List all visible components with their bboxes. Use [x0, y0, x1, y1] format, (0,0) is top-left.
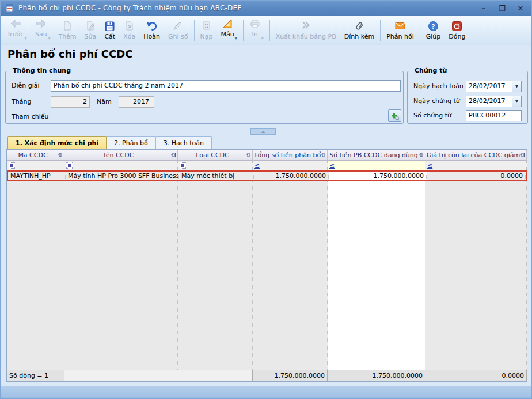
cell-ten-ccdc[interactable]: Máy tính HP Pro 3000 SFF Business ( — [66, 172, 179, 180]
help-icon: ? — [428, 20, 439, 32]
toolbar-button-ghi-so[interactable]: Ghi sổ — [164, 17, 192, 44]
cell-loai-ccdc[interactable]: Máy móc thiết bị — [179, 172, 254, 180]
export-icon — [300, 20, 311, 32]
grid-empty-area[interactable] — [7, 181, 527, 370]
column-header-tong-so-tien[interactable]: Tổng số tiền phân bổ — [253, 150, 328, 160]
chevron-down-icon[interactable]: ▼ — [512, 96, 521, 107]
column-header-loai-ccdc[interactable]: Loại CCDC — [178, 150, 253, 160]
minimize-button[interactable]: – — [477, 3, 490, 13]
chevron-down-icon[interactable]: ▼ — [512, 81, 521, 92]
toolbar-button-dinh-kem[interactable]: Đính kèm — [340, 17, 378, 44]
footer-spacer — [64, 370, 253, 381]
toolbar-button-giup[interactable]: ? Giúp — [422, 17, 445, 44]
dien-giai-input[interactable]: Phân bổ chi phí CCDC tháng 2 năm 2017 — [51, 80, 401, 92]
window-bottom-frame — [1, 386, 531, 398]
so-chung-tu-input[interactable]: PBCC00012 — [466, 110, 522, 121]
dropdown-caret-icon: ▾ — [24, 36, 26, 43]
svg-text:?: ? — [431, 22, 435, 30]
tham-chieu-lookup-button[interactable] — [388, 109, 401, 122]
ngay-hach-toan-label: Ngày hạch toán — [413, 81, 463, 92]
new-document-icon — [62, 20, 73, 32]
thang-label: Tháng — [12, 96, 31, 108]
paperclip-icon — [354, 20, 365, 32]
toolbar-separator — [269, 20, 270, 41]
column-header-gia-tri-con-lai[interactable]: Giá trị còn lại của CCDC giảm — [425, 150, 527, 160]
pin-icon[interactable] — [170, 152, 176, 159]
tab-phan-bo[interactable]: 2. Phân bổ — [106, 136, 156, 149]
cell-ma-ccdc[interactable]: MAYTINH_HP — [8, 172, 66, 180]
toolbar-button-xuat-khau[interactable]: Xuất khẩu bảng PB — [272, 17, 340, 44]
grid-filter-row: ≤ ≤ ≤ — [7, 161, 527, 170]
app-window: Phân bổ chi phí CCDC - Công ty Trách nhi… — [0, 0, 532, 399]
filter-cell-so-tien-pb[interactable]: ≤ — [328, 161, 425, 170]
pin-icon[interactable] — [519, 152, 525, 159]
tham-chieu-label: Tham chiếu — [12, 111, 48, 123]
envelope-icon — [394, 20, 406, 32]
filter-cell-ma-ccdc[interactable] — [7, 161, 64, 170]
ngay-chung-tu-picker[interactable]: 28/02/2017 ▼ — [466, 96, 522, 107]
ngay-hach-toan-picker[interactable]: 28/02/2017 ▼ — [466, 81, 522, 92]
general-info-legend: Thông tin chung — [10, 67, 73, 74]
so-chung-tu-label: Số chứng từ — [413, 110, 451, 121]
thang-input[interactable]: 2 — [51, 96, 90, 108]
toolbar-separator — [194, 20, 195, 41]
app-icon — [5, 3, 14, 13]
toolbar-separator — [420, 20, 420, 41]
toolbar-button-phan-hoi[interactable]: Phản hồi — [382, 17, 418, 44]
nam-label: Năm — [97, 96, 112, 108]
ccdc-grid: Mã CCDC Tên CCDC Loại CCDC Tổng số tiền … — [6, 149, 527, 382]
pin-icon[interactable] — [57, 152, 63, 159]
reload-icon — [202, 20, 211, 32]
cell-gia-tri-con-lai[interactable]: 0,0000 — [427, 172, 526, 180]
title-bar: Phân bổ chi phí CCDC - Công ty Trách nhi… — [1, 1, 531, 16]
toolbar-button-cat[interactable]: Cất — [100, 17, 119, 44]
close-button[interactable]: ✕ — [514, 3, 527, 13]
add-lookup-icon — [390, 111, 400, 121]
filter-box-icon[interactable] — [66, 162, 73, 169]
window-title: Phân bổ chi phí CCDC - Công ty Trách nhi… — [18, 4, 241, 12]
toolbar-button-nap[interactable]: Nạp — [196, 17, 217, 44]
column-header-ten-ccdc[interactable]: Tên CCDC — [64, 150, 178, 160]
less-equal-filter-icon[interactable]: ≤ — [427, 162, 432, 169]
row-count-label: Số dòng = 1 — [7, 370, 64, 381]
cell-tong-so-tien[interactable]: 1.750.000,0000 — [254, 172, 329, 180]
toolbar-button-truoc[interactable]: Trước ▾ — [3, 17, 31, 44]
column-header-ma-ccdc[interactable]: Mã CCDC — [7, 150, 64, 160]
edit-document-icon — [85, 20, 96, 32]
filter-cell-tong-so-tien[interactable]: ≤ — [253, 161, 328, 170]
filter-cell-ten-ccdc[interactable] — [64, 161, 178, 170]
filter-box-icon[interactable] — [180, 162, 186, 169]
toolbar-button-mau[interactable]: Mẫu ▾ — [217, 17, 241, 44]
tab-strip: 1. Xác định mức chi phí 2. Phân bổ 3. Hạ… — [7, 136, 211, 149]
pin-icon[interactable] — [320, 152, 326, 159]
toolbar-button-in[interactable]: In ▾ — [245, 17, 268, 44]
toolbar-button-hoan[interactable]: Hoàn — [139, 17, 164, 44]
tab-xac-dinh-muc-chi-phi[interactable]: 1. Xác định mức chi phí — [7, 136, 107, 149]
filter-cell-loai-ccdc[interactable] — [178, 161, 253, 170]
maximize-button[interactable]: ❒ — [496, 3, 508, 13]
column-header-so-tien-pb[interactable]: Số tiền PB CCDC đang dùng — [328, 150, 425, 160]
toolbar-button-them[interactable]: Thêm — [54, 17, 80, 44]
template-icon — [222, 17, 233, 30]
grid-selected-row[interactable]: MAYTINH_HP Máy tính HP Pro 3000 SFF Busi… — [7, 170, 527, 181]
toolbar-separator — [243, 20, 244, 41]
nam-input[interactable]: 2017 — [119, 96, 154, 108]
page-title: Phân bổ chi phí CCDC — [7, 48, 132, 60]
less-equal-filter-icon[interactable]: ≤ — [254, 162, 260, 169]
filter-box-icon[interactable] — [9, 162, 15, 169]
tab-hach-toan[interactable]: 3. Hạch toán — [155, 136, 212, 149]
footer-total-tong-so-tien: 1.750.000,0000 — [253, 370, 328, 381]
dropdown-caret-icon: ▾ — [235, 36, 237, 43]
filter-cell-gia-tri-con-lai[interactable]: ≤ — [425, 161, 527, 170]
toolbar-button-sua[interactable]: Sửa — [81, 17, 101, 44]
toolbar-button-dong[interactable]: Đóng — [444, 17, 469, 44]
less-equal-filter-icon[interactable]: ≤ — [329, 162, 335, 169]
toolbar-button-sau[interactable]: Sau ▾ — [31, 17, 54, 44]
pin-icon[interactable] — [418, 152, 424, 159]
cell-so-tien-pb[interactable]: 1.750.000,0000 — [329, 172, 427, 180]
splitter-collapse-button[interactable] — [250, 128, 276, 135]
general-info-group: Thông tin chung Diễn giải Phân bổ chi ph… — [5, 71, 404, 124]
toolbar-button-xoa[interactable]: Xóa — [119, 17, 139, 44]
dien-giai-label: Diễn giải — [12, 80, 40, 92]
pin-icon[interactable] — [245, 152, 251, 159]
